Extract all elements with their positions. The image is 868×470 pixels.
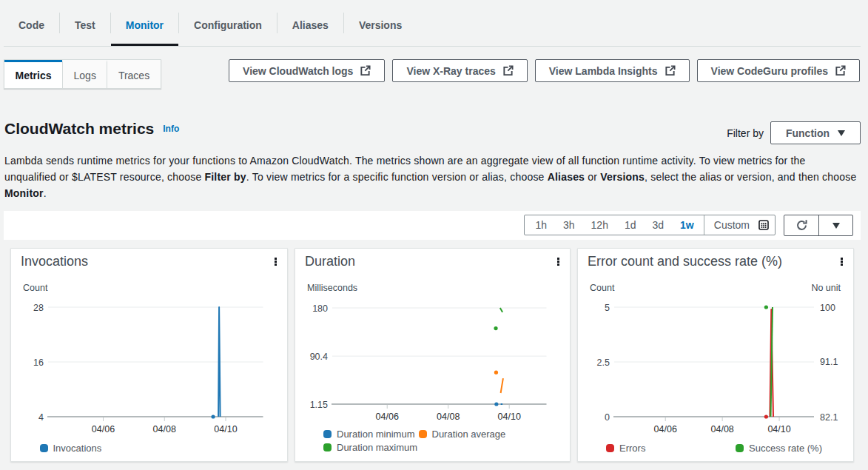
svg-text:180: 180 xyxy=(312,303,328,314)
view-lambda-insights-button[interactable]: View Lambda Insights xyxy=(535,59,690,82)
svg-text:04/06: 04/06 xyxy=(654,424,677,434)
tab-code[interactable]: Code xyxy=(4,0,59,46)
page-title: CloudWatch metrics xyxy=(4,120,154,137)
svg-text:16: 16 xyxy=(33,357,44,368)
legend-item[interactable]: Duration average xyxy=(419,429,506,440)
tab-code-label: Code xyxy=(18,19,44,31)
svg-text:04/10: 04/10 xyxy=(498,412,521,422)
duration-chart-card: Duration Milliseconds 18090.41.1504/0604… xyxy=(295,248,571,462)
svg-text:04/06: 04/06 xyxy=(92,424,115,434)
tab-test[interactable]: Test xyxy=(60,0,110,46)
external-link-icon xyxy=(360,65,371,76)
legend-swatch-icon xyxy=(323,430,332,438)
svg-text:5: 5 xyxy=(605,303,610,313)
svg-text:0: 0 xyxy=(605,412,610,423)
view-lambda-insights-label: View Lambda Insights xyxy=(549,65,658,77)
time-range-selector: 1h 3h 12h 1d 3d 1w Custom xyxy=(524,215,776,235)
legend-swatch-icon xyxy=(606,444,614,452)
error-rate-chart-card: Error count and success rate (%) Count N… xyxy=(577,248,854,462)
svg-text:4: 4 xyxy=(38,412,44,423)
legend-item[interactable]: Invocations xyxy=(40,442,102,454)
view-xray-traces-label: View X-Ray traces xyxy=(406,65,495,77)
svg-text:28: 28 xyxy=(33,303,44,313)
svg-text:1.15: 1.15 xyxy=(310,400,328,410)
description-text: . xyxy=(44,187,47,199)
caret-down-icon xyxy=(838,130,845,136)
description-bold-term: Aliases xyxy=(548,171,585,183)
legend-label: Duration minimum xyxy=(337,429,414,440)
external-link-icon xyxy=(502,65,514,76)
tab-configuration[interactable]: Configuration xyxy=(179,0,277,46)
svg-text:04/10: 04/10 xyxy=(214,424,237,434)
tab-aliases-label: Aliases xyxy=(292,19,329,31)
legend-item[interactable]: Errors xyxy=(606,443,645,454)
invocations-chart-card: Invocations Count 2816404/0604/0804/10In… xyxy=(10,248,288,462)
refresh-button-group xyxy=(784,215,853,236)
range-3h[interactable]: 3h xyxy=(555,219,583,231)
range-1w[interactable]: 1w xyxy=(672,219,702,231)
legend-item[interactable]: Duration maximum xyxy=(323,442,417,454)
filter-by-label: Filter by xyxy=(727,127,764,139)
view-xray-traces-button[interactable]: View X-Ray traces xyxy=(392,59,527,82)
metrics-description: Lambda sends runtime metrics for your fu… xyxy=(4,152,858,201)
refresh-icon xyxy=(795,219,808,232)
subtab-traces[interactable]: Traces xyxy=(107,60,160,88)
external-link-icon xyxy=(665,65,676,76)
tab-monitor[interactable]: Monitor xyxy=(111,0,178,46)
svg-text:100: 100 xyxy=(820,303,835,313)
tab-versions[interactable]: Versions xyxy=(344,0,417,46)
refresh-button[interactable] xyxy=(784,215,818,235)
description-text: , select the alias or version, and then … xyxy=(645,171,856,183)
legend-label: Duration average xyxy=(432,429,506,440)
tab-aliases[interactable]: Aliases xyxy=(277,0,343,46)
svg-text:82.1: 82.1 xyxy=(820,412,838,423)
legend-swatch-icon xyxy=(736,444,744,452)
view-cloudwatch-logs-label: View CloudWatch logs xyxy=(243,65,353,77)
chart-plot: 52.5010091.182.104/0604/0804/10 xyxy=(578,249,853,461)
range-1h[interactable]: 1h xyxy=(527,219,555,231)
range-12h[interactable]: 12h xyxy=(583,219,616,231)
chart-toolbar: 1h 3h 12h 1d 3d 1w Custom xyxy=(4,211,861,240)
subtab-logs-label: Logs xyxy=(74,70,96,81)
legend-label: Errors xyxy=(619,443,645,454)
legend-swatch-icon xyxy=(40,444,48,452)
legend-swatch-icon xyxy=(419,430,427,438)
subtab-metrics[interactable]: Metrics xyxy=(4,60,62,88)
legend-item[interactable]: Success rate (%) xyxy=(736,443,822,454)
view-codeguru-profiles-label: View CodeGuru profiles xyxy=(711,65,828,77)
tab-versions-label: Versions xyxy=(359,19,402,31)
external-view-buttons: View CloudWatch logs View X-Ray traces V… xyxy=(229,59,860,82)
subtab-metrics-label: Metrics xyxy=(16,70,52,81)
range-custom-label: Custom xyxy=(714,219,750,231)
description-bold-term: Monitor xyxy=(4,187,44,199)
refresh-options-button[interactable] xyxy=(818,215,852,235)
svg-text:04/08: 04/08 xyxy=(711,424,734,434)
caret-down-icon xyxy=(832,223,840,229)
external-link-icon xyxy=(835,65,846,76)
tab-monitor-label: Monitor xyxy=(126,19,164,31)
svg-text:04/06: 04/06 xyxy=(376,412,399,422)
range-1d[interactable]: 1d xyxy=(616,219,645,231)
svg-text:04/10: 04/10 xyxy=(767,424,790,434)
legend-swatch-icon xyxy=(323,443,332,451)
description-bold-term: Versions xyxy=(600,171,645,183)
filter-dropdown-value: Function xyxy=(786,127,830,139)
metrics-header-row: CloudWatch metricsInfo Filter by Functio… xyxy=(4,120,861,138)
svg-text:90.4: 90.4 xyxy=(310,352,328,362)
range-3d[interactable]: 3d xyxy=(645,219,673,231)
view-cloudwatch-logs-button[interactable]: View CloudWatch logs xyxy=(229,59,385,82)
svg-text:04/08: 04/08 xyxy=(437,412,460,422)
view-codeguru-profiles-button[interactable]: View CodeGuru profiles xyxy=(697,59,860,82)
svg-text:91.1: 91.1 xyxy=(820,357,838,367)
filter-dropdown[interactable]: Function xyxy=(770,121,861,144)
legend-label: Duration maximum xyxy=(337,442,417,453)
legend-label: Success rate (%) xyxy=(749,443,822,454)
legend-item[interactable]: Duration minimum xyxy=(323,429,414,440)
subtab-logs[interactable]: Logs xyxy=(62,60,107,88)
range-custom[interactable]: Custom xyxy=(704,219,775,231)
description-text: or xyxy=(585,171,600,183)
description-bold-term: Filter by xyxy=(205,171,246,183)
filter-area: Filter by Function xyxy=(727,121,861,144)
info-link[interactable]: Info xyxy=(163,124,179,134)
svg-text:04/08: 04/08 xyxy=(153,424,176,434)
